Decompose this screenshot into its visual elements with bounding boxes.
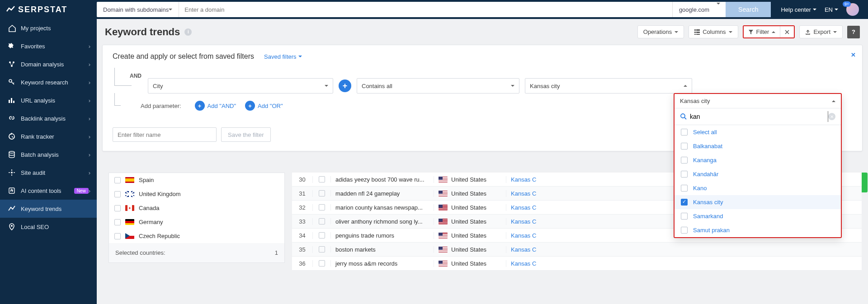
- checkbox[interactable]: [114, 177, 121, 183]
- country-row[interactable]: United Kingdom: [109, 187, 284, 201]
- dropdown-option[interactable]: Kandahār: [675, 167, 841, 181]
- keyword-cell[interactable]: madden nfl 24 gameplay: [331, 190, 434, 197]
- svg-rect-14: [694, 32, 696, 33]
- keyword-cell[interactable]: marion county kansas newspap...: [331, 204, 434, 211]
- svg-rect-13: [696, 29, 700, 31]
- dropdown-search-input[interactable]: [687, 111, 828, 122]
- country-label: United States: [451, 260, 486, 267]
- country-row[interactable]: Spain: [109, 173, 284, 187]
- checkbox[interactable]: [114, 191, 121, 197]
- checkbox[interactable]: [319, 204, 325, 210]
- sidebar-item-favorites[interactable]: Favorites›: [0, 37, 97, 55]
- avatar[interactable]: 9+: [846, 3, 859, 16]
- operations-button[interactable]: Operations: [637, 25, 684, 38]
- sidebar-item-rank-tracker[interactable]: Rank tracker›: [0, 127, 97, 145]
- keyword-cell[interactable]: oliver anthony richmond song ly...: [331, 218, 434, 225]
- filter-label: Filter: [756, 28, 769, 35]
- help-center-link[interactable]: Help center: [781, 6, 816, 13]
- sidebar-item-batch-analysis[interactable]: Batch analysis›: [0, 145, 97, 164]
- dropdown-header[interactable]: Kansas city: [675, 94, 841, 108]
- add-or-button[interactable]: + Add "OR": [245, 101, 283, 111]
- close-panel-button[interactable]: ✕: [851, 51, 856, 58]
- clear-search-button[interactable]: ✕: [828, 113, 835, 120]
- country-label: United States: [451, 232, 486, 239]
- domain-mode-select[interactable]: Domain with subdomains: [97, 2, 179, 17]
- logo[interactable]: SERPSTAT: [0, 0, 97, 19]
- checkbox[interactable]: [681, 143, 688, 150]
- country-cell: United States: [434, 204, 506, 211]
- checkbox[interactable]: [681, 129, 688, 136]
- keyword-cell[interactable]: adidas yeezy boost 700 wave ru...: [331, 176, 434, 183]
- sidebar-item-my-projects[interactable]: My projects: [0, 19, 97, 37]
- export-button[interactable]: Export: [799, 25, 843, 38]
- checkbox[interactable]: [319, 218, 325, 224]
- sidebar-item-local-seo[interactable]: Local SEO: [0, 218, 97, 236]
- country-row[interactable]: Germany: [109, 215, 284, 229]
- country-row[interactable]: Canada: [109, 201, 284, 215]
- dropdown-option[interactable]: Samut prakan: [675, 223, 841, 237]
- and-tag: AND: [130, 73, 142, 79]
- flag-icon: [439, 261, 448, 267]
- dropdown-option[interactable]: Select all: [675, 125, 841, 139]
- columns-button[interactable]: Columns: [689, 25, 738, 38]
- row-number: 31: [292, 190, 313, 197]
- sidebar-item-site-audit[interactable]: Site audit›: [0, 164, 97, 182]
- checkbox[interactable]: [681, 171, 688, 178]
- keyword-cell[interactable]: penguins trade rumors: [331, 232, 434, 239]
- checkbox[interactable]: [114, 219, 121, 225]
- sidebar-item-backlink-analysis[interactable]: Backlink analysis›: [0, 109, 97, 127]
- checkbox[interactable]: [114, 205, 121, 211]
- filter-button[interactable]: Filter: [744, 26, 780, 37]
- checkbox[interactable]: [114, 233, 121, 239]
- sidebar-item-domain-analysis[interactable]: Domain analysis›: [0, 55, 97, 73]
- filter-name-input[interactable]: [113, 127, 217, 142]
- checkbox[interactable]: [681, 213, 688, 220]
- filter-close-button[interactable]: [780, 26, 794, 37]
- checkbox[interactable]: [319, 246, 325, 253]
- help-button[interactable]: ?: [847, 26, 860, 38]
- dropdown-option[interactable]: Samarkand: [675, 209, 841, 223]
- svg-rect-6: [13, 101, 14, 103]
- dropdown-option[interactable]: Balkanabat: [675, 139, 841, 153]
- keyword-cell[interactable]: boston markets: [331, 246, 434, 253]
- checkbox[interactable]: [319, 260, 325, 267]
- checkbox[interactable]: [681, 227, 688, 234]
- add-and-button[interactable]: + Add "AND": [195, 101, 236, 111]
- dropdown-option[interactable]: Kano: [675, 181, 841, 195]
- pin-icon: [7, 42, 16, 50]
- search-button[interactable]: Search: [726, 2, 771, 17]
- info-icon[interactable]: i: [184, 28, 192, 36]
- sidebar-item-url-analysis[interactable]: URL analysis›: [0, 91, 97, 109]
- domain-input[interactable]: [179, 2, 672, 17]
- city-cell[interactable]: Kansas C: [506, 246, 862, 253]
- value-select[interactable]: Kansas city: [525, 78, 692, 94]
- chevron-right-icon: ›: [89, 61, 90, 68]
- search-engine-select[interactable]: google.com: [672, 2, 726, 17]
- checkbox[interactable]: [681, 199, 688, 206]
- country-cell: United States: [434, 176, 506, 183]
- sidebar-item-ai-content-tools[interactable]: AI content toolsNew›: [0, 182, 97, 200]
- field-select[interactable]: City: [148, 78, 333, 94]
- city-cell[interactable]: Kansas C: [506, 260, 862, 267]
- checkbox[interactable]: [319, 176, 325, 182]
- dropdown-option[interactable]: Kananga: [675, 153, 841, 167]
- dropdown-option[interactable]: Kansas city: [675, 195, 841, 209]
- country-row[interactable]: Czech Republic: [109, 229, 284, 243]
- dropdown-list: Select allBalkanabatKanangaKandahārKanoK…: [675, 125, 841, 237]
- checkbox[interactable]: [319, 190, 325, 196]
- sidebar-item-keyword-trends[interactable]: Keyword trends: [0, 200, 97, 218]
- checkbox[interactable]: [681, 157, 688, 164]
- row-number: 36: [292, 260, 313, 267]
- language-select[interactable]: EN: [825, 6, 838, 13]
- main: Keyword trends i Operations Columns Filt…: [97, 19, 868, 304]
- checkbox[interactable]: [319, 232, 325, 239]
- save-filter-button[interactable]: Save the filter: [221, 127, 271, 142]
- keyword-cell[interactable]: jerry moss a&m records: [331, 260, 434, 267]
- columns-icon: [694, 29, 700, 35]
- checkbox[interactable]: [681, 185, 688, 192]
- sidebar-item-keyword-research[interactable]: Keyword research›: [0, 73, 97, 91]
- add-condition-button[interactable]: +: [339, 80, 351, 92]
- operator-select[interactable]: Contains all: [357, 78, 519, 94]
- saved-filters-link[interactable]: Saved filters: [264, 53, 302, 60]
- columns-label: Columns: [703, 28, 726, 35]
